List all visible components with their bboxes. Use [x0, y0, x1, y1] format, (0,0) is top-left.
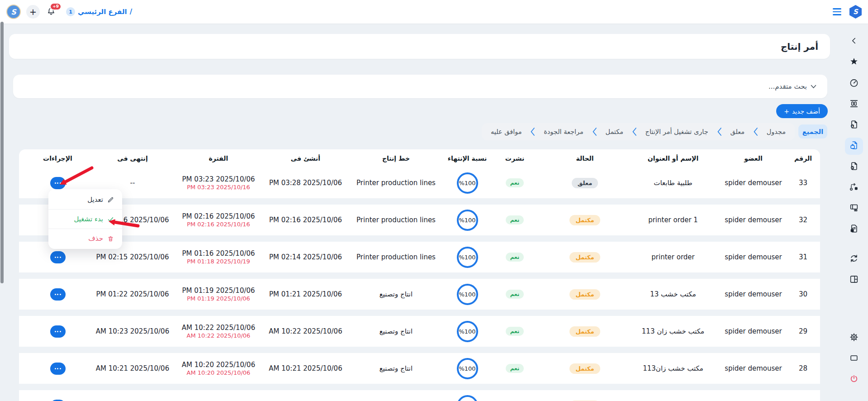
- cell-progress: %100: [445, 321, 490, 342]
- menu-item-label: تعديل: [87, 196, 103, 204]
- period-start: PM 03:23 2025/10/06: [173, 175, 264, 183]
- cell-progress: %100: [445, 172, 490, 194]
- screen-icon: [849, 353, 859, 365]
- sidebar-item-power[interactable]: [845, 371, 863, 388]
- orders-table: الرقمالعضوالإسم أو العنوانالحالةنشرتنسبة…: [19, 149, 820, 401]
- quick-add-button[interactable]: +: [26, 5, 40, 19]
- approvals-icon: [849, 161, 859, 173]
- breadcrumb-separator: /: [130, 8, 132, 16]
- table-row: 28spider demouserمكتب خشب زان113مكتملنعم…: [19, 353, 820, 384]
- published-badge: نعم: [506, 327, 524, 336]
- cell-production-line: انتاج وتصنيع: [347, 364, 445, 372]
- cell-number: 32: [791, 216, 816, 224]
- cell-ended-at: PM 01:22 2025/10/06: [92, 290, 173, 298]
- sidebar-item-pos[interactable]: [845, 200, 863, 217]
- tab-0[interactable]: مجدول: [767, 128, 786, 135]
- row-actions-button[interactable]: [50, 251, 66, 263]
- published-badge: نعم: [506, 253, 524, 262]
- menu-item-start[interactable]: بدء تشغيل: [48, 209, 122, 229]
- cell-status: مكتمل: [540, 215, 630, 225]
- cell-progress: %100: [445, 395, 490, 401]
- breadcrumb[interactable]: 1 الفرع الرئيسي /: [66, 7, 132, 16]
- sidebar-item-invoices[interactable]: $: [845, 117, 863, 134]
- menu-item-delete[interactable]: حذف: [48, 229, 122, 248]
- cell-created-at: AM 10:22 2025/10/06: [264, 327, 347, 335]
- cell-ended-at: AM 10:21 2025/10/06: [92, 364, 173, 372]
- row-actions-button[interactable]: [50, 288, 66, 301]
- workflow-icon: [849, 182, 859, 194]
- cell-number: 28: [791, 364, 816, 372]
- breadcrumb-label: الفرع الرئيسي: [78, 8, 127, 16]
- sidebar-item-collapse[interactable]: [845, 33, 863, 50]
- sidebar-item-favorites[interactable]: [845, 54, 863, 71]
- status-badge: معلق: [572, 178, 598, 188]
- cell-actions: [24, 177, 92, 189]
- sidebar-item-sync[interactable]: [845, 251, 863, 268]
- cell-production-line: انتاج وتصنيع: [347, 327, 445, 335]
- cell-production-line: Printer production lines: [347, 179, 445, 187]
- cell-period: PM 03:23 2025/10/06PM 03:23 2025/10/16: [173, 175, 264, 191]
- cell-name: طلبية طابعات: [630, 179, 716, 187]
- cell-progress: %100: [445, 358, 490, 379]
- sidebar-item-reports[interactable]: [845, 221, 863, 238]
- cell-published: نعم: [490, 178, 540, 187]
- progress-value: %100: [459, 217, 475, 224]
- branch-count-badge: 1: [66, 7, 75, 16]
- sidebar-item-kanban[interactable]: [845, 96, 863, 113]
- column-header: الفترة: [173, 155, 264, 162]
- row-divider: [19, 198, 820, 205]
- page-title: أمر إنتاج: [781, 41, 818, 52]
- period-end: PM 01:18 2025/10/19: [173, 258, 264, 265]
- published-badge: نعم: [506, 178, 524, 187]
- tab-4[interactable]: مراجعة الجودة: [544, 128, 583, 135]
- menu-item-edit[interactable]: تعديل: [48, 190, 122, 209]
- cell-status: مكتمل: [540, 326, 630, 337]
- progress-value: %100: [459, 291, 475, 298]
- sidebar-item-layout[interactable]: [845, 272, 863, 289]
- cell-status: مكتمل: [540, 363, 630, 374]
- cell-name: printer order: [630, 253, 716, 261]
- cell-status: مكتمل: [540, 289, 630, 300]
- tab-1[interactable]: معلق: [730, 128, 745, 135]
- menu-toggle-icon[interactable]: [833, 8, 841, 15]
- notifications-button[interactable]: +9: [45, 6, 57, 18]
- period-start: AM 10:22 2025/10/06: [173, 324, 264, 332]
- sidebar-item-workflow[interactable]: [845, 179, 863, 196]
- row-divider: [19, 384, 820, 390]
- row-actions-button[interactable]: [50, 325, 66, 338]
- notification-count-badge: +9: [50, 3, 62, 10]
- sidebar-item-approvals[interactable]: [845, 158, 863, 176]
- cell-name: مكتب خشب 13: [630, 290, 716, 298]
- chevron-down-icon: [811, 85, 816, 89]
- advanced-search-bar[interactable]: بحث متقدم...: [13, 75, 827, 98]
- tab-all[interactable]: الجميع: [798, 124, 827, 138]
- cell-ended-at: PM 02:15 2025/10/06: [92, 253, 173, 261]
- cell-created-at: AM 10:21 2025/10/06: [264, 364, 347, 372]
- pencil-icon: [107, 196, 114, 203]
- tab-3[interactable]: مكتمل: [605, 128, 623, 135]
- check-icon: [107, 216, 114, 223]
- cell-member: spider demouser: [716, 253, 791, 261]
- cell-name: printer order 1: [630, 216, 716, 224]
- progress-value: %100: [459, 328, 475, 335]
- collapse-icon: [849, 36, 859, 48]
- cell-created-at: PM 02:16 2025/10/06: [264, 216, 347, 224]
- column-header: الحالة: [540, 155, 630, 162]
- sidebar-item-settings[interactable]: [845, 329, 863, 347]
- table-row: 32spider demouserprinter order 1مكتملنعم…: [19, 205, 820, 235]
- sidebar-item-dashboard[interactable]: [845, 75, 863, 92]
- row-actions-button[interactable]: [50, 400, 66, 401]
- sidebar-item-production-orders[interactable]: [845, 138, 863, 155]
- sidebar-item-screen[interactable]: [845, 350, 863, 368]
- row-actions-button[interactable]: [50, 363, 66, 375]
- period-end: PM 03:23 2025/10/16: [173, 184, 264, 191]
- cell-actions: [24, 400, 92, 401]
- cell-member: spider demouser: [716, 290, 791, 298]
- row-actions-button[interactable]: [50, 177, 66, 189]
- progress-ring: %100: [457, 284, 478, 305]
- add-new-button[interactable]: + أضف جديد: [776, 104, 828, 118]
- tab-5[interactable]: موافق عليه: [491, 128, 522, 135]
- svg-text:$: $: [852, 125, 854, 128]
- tab-2[interactable]: جارى تشغيل أمر الإنتاج: [645, 128, 708, 135]
- vertical-scrollbar[interactable]: [0, 22, 4, 283]
